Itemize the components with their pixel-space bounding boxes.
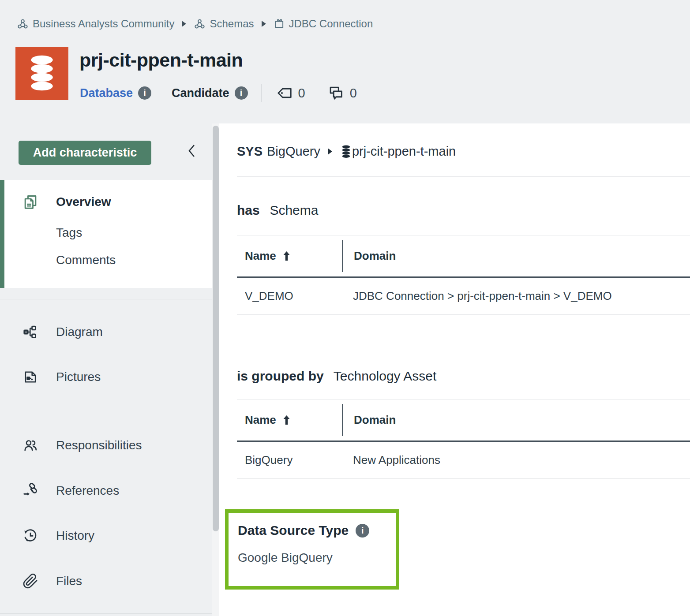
status-label[interactable]: Candidate — [172, 86, 229, 100]
divider — [0, 613, 219, 614]
attribute-label-row: Data Source Type — [238, 522, 396, 539]
comments-count[interactable]: 0 — [350, 86, 357, 101]
breadcrumb-community[interactable]: Business Analysts Community — [17, 18, 174, 30]
schema-name-link[interactable]: V_DEMO — [245, 289, 293, 303]
sidebar-item-label: Responsibilities — [56, 438, 142, 452]
sidebar-item-label: Comments — [56, 253, 116, 267]
sidebar-item-label: History — [56, 529, 94, 543]
chevron-right-icon — [327, 148, 333, 155]
collapse-sidebar-icon[interactable] — [186, 143, 198, 158]
technology-asset-name-link[interactable]: BigQuery — [245, 453, 292, 467]
overview-pages-icon — [22, 194, 39, 210]
chevron-right-icon — [261, 20, 266, 27]
asset-meta-row: Database Candidate 0 0 — [80, 83, 357, 103]
relation-verb: has — [237, 203, 260, 217]
sort-ascending-icon[interactable] — [282, 414, 291, 426]
diagram-icon — [22, 324, 39, 340]
main-content: SYS BigQuery prj-cit-ppen-t-main has — [219, 123, 690, 616]
relation-type: Technology Asset — [334, 369, 436, 383]
column-header-domain[interactable]: Domain — [343, 413, 396, 427]
schema-domain-path: JDBC Connection > prj-cit-ppen-t-main > … — [353, 289, 612, 302]
sidebar-item-label: Diagram — [56, 325, 103, 339]
community-icon — [194, 18, 206, 30]
pictures-icon — [22, 369, 39, 385]
attribute-value[interactable]: Google BigQuery — [238, 551, 396, 565]
info-icon[interactable] — [235, 86, 248, 100]
divider — [0, 412, 219, 412]
sidebar-item-diagram[interactable]: Diagram — [0, 320, 212, 344]
technology-asset-domain: New Applications — [353, 453, 440, 467]
sidebar-item-files[interactable]: Files — [0, 569, 212, 594]
breadcrumb-label: Schemas — [210, 18, 254, 30]
paperclip-icon — [22, 573, 39, 590]
schema-table: Name Domain V_DEMO JDBC Connection > prj… — [237, 235, 690, 315]
users-icon — [22, 437, 39, 454]
relation-type: Schema — [270, 203, 318, 217]
sidebar-item-label: References — [56, 484, 119, 498]
breadcrumb-schemas[interactable]: Schemas — [194, 18, 254, 30]
history-clock-icon — [22, 527, 39, 544]
sidebar-item-references[interactable]: References — [0, 478, 212, 503]
section-title-has-schema: has Schema — [237, 202, 318, 219]
tags-count[interactable]: 0 — [298, 86, 305, 101]
sidebar-item-label: Pictures — [56, 370, 101, 384]
asset-type-link[interactable]: Database — [80, 86, 133, 100]
table-row: V_DEMO JDBC Connection > prj-cit-ppen-t-… — [237, 278, 690, 315]
asset-path-breadcrumb: SYS BigQuery prj-cit-ppen-t-main — [237, 144, 456, 159]
technology-asset-table: Name Domain BigQuery New Applications — [237, 399, 690, 479]
asset-name-link[interactable]: prj-cit-ppen-t-main — [352, 144, 456, 159]
section-title-grouped-by: is grouped by Technology Asset — [237, 367, 436, 385]
page-title: prj-cit-ppen-t-main — [79, 49, 243, 71]
sidebar-scrollbar-thumb[interactable] — [213, 126, 219, 531]
system-prefix: SYS — [237, 144, 262, 159]
table-header: Name Domain — [237, 235, 690, 278]
chevron-right-icon — [181, 20, 187, 27]
sidebar-item-overview[interactable]: Overview — [0, 190, 212, 214]
sort-ascending-icon[interactable] — [282, 250, 291, 261]
sidebar-item-responsibilities[interactable]: Responsibilities — [0, 433, 212, 458]
divider — [237, 176, 690, 177]
sidebar-item-label: Overview — [56, 195, 111, 209]
breadcrumb-label: Business Analysts Community — [33, 18, 174, 30]
info-icon[interactable] — [138, 86, 151, 100]
info-icon[interactable] — [356, 524, 369, 538]
sidebar-item-history[interactable]: History — [0, 523, 212, 548]
table-row: BigQuery New Applications — [237, 442, 690, 479]
column-header-domain[interactable]: Domain — [343, 249, 396, 263]
table-header: Name Domain — [237, 399, 690, 442]
sidebar-item-label: Files — [56, 574, 82, 588]
sidebar-item-label: Tags — [56, 226, 82, 240]
add-characteristic-button[interactable]: Add characteristic — [19, 141, 151, 165]
asset-page: Business Analysts Community Schemas — [0, 0, 690, 616]
database-icon — [25, 53, 59, 94]
divider — [261, 84, 262, 102]
data-source-type-highlight-box: Data Source Type Google BigQuery — [225, 509, 399, 590]
column-header-name[interactable]: Name — [237, 413, 342, 427]
divider — [0, 299, 219, 299]
breadcrumb: Business Analysts Community Schemas — [17, 18, 373, 30]
breadcrumb-jdbc-connection[interactable]: JDBC Connection — [274, 18, 373, 30]
community-icon — [17, 18, 29, 30]
attribute-label: Data Source Type — [238, 522, 349, 539]
column-header-name[interactable]: Name — [237, 249, 342, 263]
domain-box-icon — [274, 18, 285, 30]
breadcrumb-label: JDBC Connection — [289, 18, 373, 30]
comments-icon[interactable] — [327, 85, 344, 101]
link-arrow-icon — [22, 482, 39, 499]
system-name-link[interactable]: BigQuery — [267, 144, 320, 159]
relation-verb: is grouped by — [237, 369, 324, 383]
database-small-icon — [340, 145, 352, 158]
tag-icon[interactable] — [277, 86, 292, 100]
asset-type-tile — [15, 47, 68, 100]
sidebar-item-pictures[interactable]: Pictures — [0, 365, 212, 389]
